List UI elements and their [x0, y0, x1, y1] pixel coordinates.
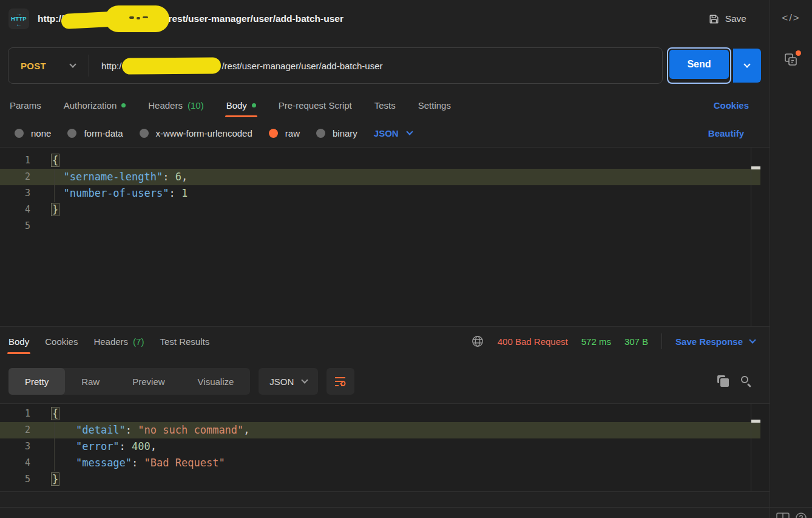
code-line[interactable]: 2 "detail": "no such command", — [0, 422, 760, 438]
response-format-select[interactable]: JSON — [259, 368, 318, 395]
request-tabs: Params Authorization Headers (10) Body P… — [0, 91, 770, 119]
line-number: 2 — [0, 169, 30, 185]
tab-settings[interactable]: Settings — [418, 91, 451, 119]
code-line[interactable]: 1{ — [0, 406, 760, 422]
code-text: "sername-length": 6, — [51, 169, 188, 185]
line-number: 5 — [0, 218, 30, 234]
search-icon[interactable] — [740, 375, 753, 387]
wrap-lines-button[interactable] — [326, 368, 354, 395]
body-type-urlencoded[interactable]: x-www-form-urlencoded — [140, 128, 252, 138]
send-button[interactable]: Send — [669, 50, 729, 79]
green-dot-icon — [252, 103, 256, 107]
tab-params[interactable]: Params — [10, 91, 41, 119]
tab-response-cookies[interactable]: Cookies — [45, 327, 78, 356]
chevron-down-icon — [302, 377, 308, 383]
line-number: 4 — [0, 202, 30, 218]
view-visualize[interactable]: Visualize — [181, 368, 251, 395]
code-line[interactable]: 5} — [0, 471, 760, 488]
chevron-down-icon — [743, 61, 750, 67]
scrollbar-thumb[interactable] — [751, 420, 760, 423]
scrollbar-thumb[interactable] — [751, 166, 760, 169]
copy-icon[interactable] — [717, 375, 729, 387]
request-builder-row: POST http:/ /rest/user-manager/user/add-… — [0, 38, 770, 84]
beautify-link[interactable]: Beautify — [708, 128, 744, 138]
divider — [89, 55, 89, 77]
tab-headers[interactable]: Headers (10) — [148, 91, 203, 119]
redaction-mark — [143, 16, 148, 18]
radio-icon — [67, 129, 76, 138]
scrollbar-track[interactable] — [751, 404, 760, 491]
code-line[interactable]: 1{ — [0, 152, 760, 169]
code-line[interactable]: 4} — [0, 202, 760, 218]
help-icon[interactable] — [796, 513, 807, 518]
url-prefix: http:// — [38, 13, 64, 24]
redaction-blob — [105, 5, 169, 32]
code-line[interactable]: 2 "sername-length": 6, — [0, 169, 760, 185]
scrollbar-track[interactable] — [751, 148, 760, 326]
active-tab-underline — [7, 352, 30, 354]
code-text: } — [51, 202, 59, 218]
chevron-down-icon — [69, 61, 76, 67]
footer-divider — [0, 507, 812, 508]
body-type-form-data[interactable]: form-data — [67, 128, 123, 138]
body-type-none[interactable]: none — [15, 128, 51, 138]
tab-test-results[interactable]: Test Results — [160, 327, 209, 356]
request-title-bar: → HTTP ← http:// /rest/user-manager/user… — [0, 0, 770, 38]
url-input[interactable]: http:/ /rest/user-manager/user/add-batch… — [101, 58, 382, 74]
rest-client-window: → HTTP ← http:// /rest/user-manager/user… — [0, 0, 812, 518]
radio-icon — [140, 129, 149, 138]
send-options-button[interactable] — [733, 49, 761, 83]
panel-layout-icon[interactable] — [776, 513, 790, 518]
status-badge[interactable]: 400 Bad Request — [498, 336, 568, 347]
redaction-mark — [137, 17, 140, 19]
view-preview[interactable]: Preview — [116, 368, 181, 395]
response-time[interactable]: 572 ms — [581, 336, 611, 347]
capture-requests-icon[interactable] — [783, 52, 799, 68]
response-size[interactable]: 307 B — [624, 336, 648, 347]
response-view-switcher: Pretty Raw Preview Visualize — [8, 368, 250, 395]
http-method-icon: → HTTP ← — [8, 9, 29, 29]
cookies-link[interactable]: Cookies — [714, 100, 749, 111]
code-line[interactable]: 3 "number-of-users": 1 — [0, 185, 760, 202]
right-sidebar: </> — [770, 0, 812, 518]
view-raw[interactable]: Raw — [65, 368, 116, 395]
code-text: "detail": "no such command", — [51, 422, 250, 438]
send-focus-ring: Send — [667, 47, 731, 84]
redaction-mark — [129, 16, 134, 19]
line-number: 3 — [0, 438, 30, 455]
line-number: 1 — [0, 406, 30, 422]
tab-response-body[interactable]: Body — [8, 327, 29, 356]
code-text: "number-of-users": 1 — [51, 185, 188, 202]
tab-pre-request-script[interactable]: Pre-request Script — [279, 91, 352, 119]
active-tab-underline — [225, 115, 257, 117]
body-format-select[interactable]: JSON — [374, 128, 412, 138]
globe-icon[interactable] — [471, 335, 484, 348]
code-line[interactable]: 3 "error": 400, — [0, 438, 760, 455]
save-response-button[interactable]: Save Response — [675, 336, 755, 347]
radio-icon — [15, 129, 24, 138]
method-select[interactable]: POST — [8, 61, 75, 71]
code-line[interactable]: 5 — [0, 218, 760, 234]
tab-body[interactable]: Body — [226, 91, 256, 119]
line-number: 5 — [0, 471, 30, 488]
code-snippet-icon[interactable]: </> — [782, 12, 800, 24]
code-line[interactable]: 4 "message": "Bad Request" — [0, 455, 760, 471]
tab-authorization[interactable]: Authorization — [64, 91, 126, 119]
tab-response-headers[interactable]: Headers (7) — [93, 327, 144, 356]
code-text: "error": 400, — [51, 438, 157, 455]
view-pretty[interactable]: Pretty — [8, 368, 65, 395]
radio-selected-icon — [269, 129, 278, 138]
save-button[interactable]: Save — [708, 13, 746, 25]
indent-guide — [54, 169, 55, 202]
response-toolbar: Pretty Raw Preview Visualize JSON — [0, 356, 770, 395]
body-type-binary[interactable]: binary — [316, 128, 357, 138]
response-body-editor[interactable]: 1{2 "detail": "no such command",3 "error… — [0, 403, 770, 492]
line-number: 4 — [0, 455, 30, 471]
tab-tests[interactable]: Tests — [374, 91, 396, 119]
line-number: 3 — [0, 185, 30, 202]
code-text: "message": "Bad Request" — [51, 455, 225, 471]
request-body-editor[interactable]: 1{2 "sername-length": 6,3 "number-of-use… — [0, 147, 770, 327]
chevron-down-icon — [749, 336, 756, 343]
body-type-raw[interactable]: raw — [269, 128, 300, 138]
url-suffix: /rest/user-manager/user/add-batch-user — [166, 13, 343, 24]
